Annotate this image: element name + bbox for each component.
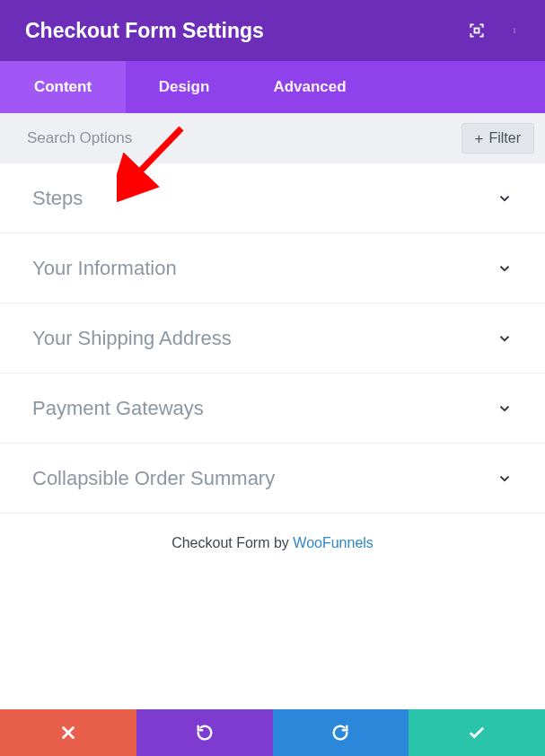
- sections-list: Steps Your Information Your Shipping Add…: [0, 163, 545, 514]
- search-bar: + Filter: [0, 113, 545, 163]
- section-title: Your Information: [32, 257, 177, 280]
- section-title: Payment Gateways: [32, 397, 204, 420]
- chevron-down-icon: [497, 190, 513, 207]
- chevron-down-icon: [497, 260, 513, 277]
- filter-button[interactable]: + Filter: [461, 123, 535, 154]
- section-payment-gateways[interactable]: Payment Gateways: [0, 374, 545, 444]
- section-order-summary[interactable]: Collapsible Order Summary: [0, 444, 545, 514]
- tab-design[interactable]: Design: [126, 61, 242, 113]
- filter-label: Filter: [488, 130, 521, 146]
- chevron-down-icon: [497, 400, 513, 417]
- undo-button[interactable]: [136, 709, 273, 756]
- section-steps[interactable]: Steps: [0, 163, 545, 233]
- chevron-down-icon: [497, 330, 513, 347]
- redo-button[interactable]: [273, 709, 409, 756]
- plus-icon: +: [475, 131, 484, 146]
- svg-point-3: [514, 31, 514, 32]
- header: Checkout Form Settings: [0, 0, 545, 61]
- section-shipping-address[interactable]: Your Shipping Address: [0, 303, 545, 374]
- tabs: Content Design Advanced: [0, 61, 545, 113]
- search-input[interactable]: [27, 129, 461, 147]
- expand-icon[interactable]: [468, 22, 486, 40]
- more-icon[interactable]: [505, 22, 523, 40]
- tab-content[interactable]: Content: [0, 61, 126, 113]
- bottom-bar: [0, 709, 545, 756]
- header-icons: [468, 22, 523, 40]
- svg-point-2: [514, 30, 514, 31]
- section-your-information[interactable]: Your Information: [0, 233, 545, 303]
- page-title: Checkout Form Settings: [25, 19, 264, 43]
- attribution-prefix: Checkout Form by: [171, 535, 293, 550]
- svg-rect-0: [475, 29, 479, 33]
- attribution: Checkout Form by WooFunnels: [0, 514, 545, 573]
- tab-advanced[interactable]: Advanced: [242, 61, 377, 113]
- svg-point-1: [514, 28, 514, 29]
- cancel-button[interactable]: [0, 709, 136, 756]
- section-title: Your Shipping Address: [32, 327, 232, 350]
- section-title: Collapsible Order Summary: [32, 467, 275, 490]
- attribution-link[interactable]: WooFunnels: [293, 535, 374, 550]
- chevron-down-icon: [497, 470, 513, 487]
- section-title: Steps: [32, 187, 83, 210]
- save-button[interactable]: [409, 709, 545, 756]
